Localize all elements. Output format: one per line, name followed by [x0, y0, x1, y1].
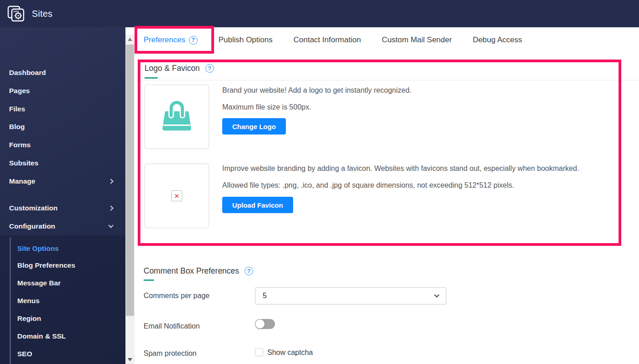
sidebar-subitem-label: Site Options: [17, 244, 59, 253]
select-value: 5: [263, 292, 267, 300]
favicon-preview-tile[interactable]: ✕: [145, 164, 209, 228]
tab-bar-divider: [135, 80, 639, 80]
sidebar-item-blog[interactable]: Blog: [0, 121, 125, 132]
sidebar-item-blog-preferences[interactable]: Blog Preferences: [17, 260, 75, 270]
comments-per-page-label: Comments per page: [144, 292, 210, 300]
email-notification-label: Email Notification: [144, 322, 200, 330]
scrollbar-thumb[interactable]: [126, 45, 134, 316]
sidebar-item-label: Manage: [9, 177, 35, 185]
sidebar-item-subsites[interactable]: Subsites: [0, 158, 125, 169]
section-title: Comment Box Preferences: [144, 266, 239, 276]
tab-label: Debug Access: [473, 35, 522, 45]
tab-preferences[interactable]: Preferences ?: [144, 35, 198, 45]
top-bar: Sites: [0, 0, 639, 27]
sidebar-item-manage[interactable]: Manage: [0, 176, 125, 187]
sidebar-subitem-label: Message Bar: [17, 279, 61, 287]
sidebar-item-region[interactable]: Region: [17, 314, 41, 324]
sidebar-subitem-label: Region: [17, 314, 41, 323]
sidebar-nav: Dashboard Pages Files Blog Forms Subsite…: [0, 27, 125, 364]
sidebar-subitem-label: Domain & SSL: [17, 332, 66, 340]
logo-size-note: Maximum file size is 500px.: [222, 103, 311, 111]
sidebar-subitem-label: Blog Preferences: [17, 261, 75, 269]
sites-logo-icon: [6, 5, 26, 23]
change-logo-button[interactable]: Change Logo: [222, 118, 286, 135]
email-notification-toggle[interactable]: [255, 319, 275, 329]
chevron-down-icon: [434, 292, 439, 297]
app-window: Sites Dashboard Pages Files Blog Forms S…: [0, 0, 639, 364]
chevron-right-icon: [108, 205, 113, 210]
tab-label: Contact Information: [294, 35, 361, 45]
sidebar-item-label: Forms: [9, 141, 30, 149]
help-icon[interactable]: ?: [205, 64, 214, 73]
sidebar-item-label: Customization: [9, 204, 58, 212]
toggle-knob: [255, 319, 265, 329]
tab-debug-access[interactable]: Debug Access: [473, 35, 522, 45]
sidebar-subitem-label: SEO: [17, 350, 32, 358]
sidebar-item-seo[interactable]: SEO: [17, 349, 32, 359]
help-icon[interactable]: ?: [189, 36, 198, 45]
sidebar-item-menus[interactable]: Menus: [17, 296, 40, 306]
tab-label: Custom Mail Sender: [382, 35, 452, 45]
tab-contact-information[interactable]: Contact Information: [294, 35, 361, 45]
sidebar-item-message-bar[interactable]: Message Bar: [17, 278, 61, 288]
section-title-underline: [145, 77, 158, 79]
sidebar-item-label: Files: [9, 105, 25, 113]
submenu-accent-line: [10, 237, 11, 364]
shopping-bag-logo-icon: [157, 97, 197, 137]
sidebar-item-label: Pages: [9, 87, 30, 95]
tab-custom-mail-sender[interactable]: Custom Mail Sender: [382, 35, 452, 45]
comments-per-page-select[interactable]: 5: [255, 287, 446, 304]
sidebar-item-site-options[interactable]: Site Options: [17, 244, 59, 254]
sidebar-item-label: Configuration: [9, 222, 55, 230]
logo-description: Brand your website! Add a logo to get in…: [222, 86, 411, 95]
sidebar-item-configuration[interactable]: Configuration: [0, 221, 125, 232]
sidebar-item-customization[interactable]: Customization: [0, 203, 125, 214]
section-title-underline: [144, 279, 154, 281]
sidebar-item-label: Dashboard: [9, 69, 46, 77]
scrollbar-down-button[interactable]: [125, 355, 135, 364]
favicon-description: Improve website branding by adding a fav…: [222, 165, 579, 173]
chevron-right-icon: [108, 179, 113, 184]
sidebar-item-forms[interactable]: Forms: [0, 140, 125, 150]
sidebar-subitem-label: Menus: [17, 297, 40, 305]
broken-image-icon: ✕: [171, 190, 182, 201]
help-icon[interactable]: ?: [245, 267, 253, 275]
tab-label: Publish Options: [219, 35, 273, 45]
comment-box-header: Comment Box Preferences ?: [144, 266, 253, 276]
sidebar-item-files[interactable]: Files: [0, 104, 125, 115]
triangle-up-icon: [128, 38, 132, 41]
triangle-down-icon: [128, 358, 132, 361]
scrollbar-up-button[interactable]: [125, 35, 135, 44]
logo-preview-tile[interactable]: [145, 85, 209, 149]
sidebar-item-domain-ssl[interactable]: Domain & SSL: [17, 331, 66, 341]
tab-bar: Preferences ? Publish Options Contact In…: [144, 27, 522, 53]
sidebar-item-dashboard[interactable]: Dashboard: [0, 67, 125, 78]
section-title: Logo & Favicon: [145, 64, 200, 73]
sidebar-item-pages[interactable]: Pages: [0, 85, 125, 96]
sidebar-item-label: Blog: [9, 123, 25, 131]
tab-publish-options[interactable]: Publish Options: [219, 35, 273, 45]
sidebar-item-label: Subsites: [9, 159, 39, 167]
show-captcha-checkbox[interactable]: [255, 348, 263, 356]
tab-label: Preferences: [144, 35, 185, 45]
main-content: Preferences ? Publish Options Contact In…: [135, 27, 639, 364]
spam-protection-label: Spam protection: [144, 349, 197, 358]
favicon-types-note: Allowed file types: .png, .ico, and .jpg…: [222, 181, 514, 189]
chevron-down-icon: [108, 223, 113, 228]
logo-favicon-header: Logo & Favicon ?: [145, 64, 214, 73]
upload-favicon-button[interactable]: Upload Favicon: [222, 197, 293, 213]
vertical-scrollbar: [125, 27, 135, 364]
show-captcha-label: Show captcha: [267, 349, 313, 357]
app-title: Sites: [32, 9, 52, 19]
